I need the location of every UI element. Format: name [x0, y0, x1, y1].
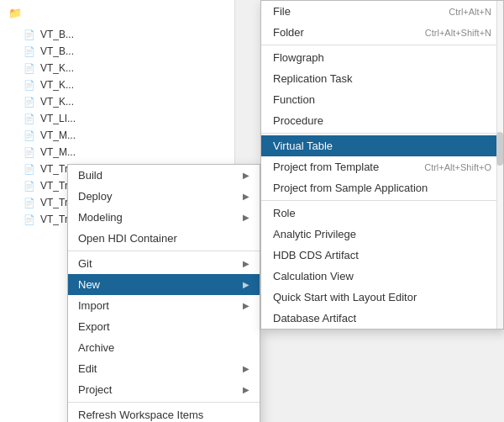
ctx-right-item-label: Function: [273, 93, 315, 106]
ctx-right-item-replication-task[interactable]: Replication Task: [261, 68, 503, 89]
ctx-left-item-project[interactable]: Project▶: [68, 379, 260, 400]
ctx-right-item-label: Role: [273, 207, 296, 219]
ctx-right-item-project-from-sample-application[interactable]: Project from Sample Application: [261, 177, 503, 198]
submenu-arrow-icon: ▶: [243, 171, 249, 180]
ctx-left-item-label: Open HDI Container: [78, 232, 177, 245]
ctx-right-item-function[interactable]: Function: [261, 89, 503, 110]
file-icon: 📄: [24, 97, 35, 108]
tree-item[interactable]: 📄VT_K...: [0, 60, 234, 76]
file-icon: 📄: [24, 214, 35, 225]
scrollbar[interactable]: [496, 1, 503, 329]
ctx-left-item-label: Edit: [78, 362, 97, 375]
tree-item[interactable]: 📄VT_K...: [0, 76, 234, 93]
file-icon: 📄: [24, 164, 35, 175]
file-icon: 📄: [24, 80, 35, 91]
ctx-left-item-deploy[interactable]: Deploy▶: [68, 186, 260, 207]
ctx-right-item-label: Folder: [273, 26, 304, 39]
ctx-right-item-label: File: [273, 5, 291, 18]
file-icon: 📄: [24, 63, 35, 74]
ctx-right-item-label: Calculation View: [273, 270, 354, 282]
ctx-right-item-label: Quick Start with Layout Editor: [273, 291, 417, 303]
tree-item[interactable]: 📄VT_B...: [0, 26, 234, 43]
ctx-left-item-archive[interactable]: Archive: [68, 337, 260, 358]
tree-item-label: VT_B...: [40, 29, 74, 40]
ctx-left-item-import[interactable]: Import▶: [68, 295, 260, 316]
ctx-divider-right: [261, 45, 503, 45]
ctx-right-item-shortcut: Ctrl+Alt+N: [449, 7, 491, 17]
tree-item-label: VT_K...: [40, 62, 74, 74]
tree-item-label: VT_B...: [40, 45, 74, 57]
ctx-right-item-label: Project from Template: [273, 161, 379, 173]
tree-item[interactable]: 📄VT_M...: [0, 144, 234, 161]
ctx-left-item-label: Project: [78, 383, 112, 396]
file-icon: 📄: [24, 198, 35, 208]
ctx-right-item-virtual-table[interactable]: Virtual Table: [261, 135, 503, 156]
ctx-divider: [68, 251, 260, 251]
tree-item[interactable]: 📄VT_M...: [0, 127, 234, 144]
tree-item-label: VT_LI...: [40, 113, 76, 124]
submenu-arrow-icon: ▶: [243, 385, 249, 394]
ctx-right-item-role[interactable]: Role: [261, 203, 503, 224]
ctx-left-item-label: Modeling: [78, 211, 123, 224]
submenu-arrow-icon: ▶: [243, 301, 249, 310]
ctx-left-item-label: Import: [78, 299, 109, 312]
tree-item[interactable]: 📄VT_K...: [0, 93, 234, 110]
submenu-arrow-icon: ▶: [243, 213, 249, 222]
tree-item-label: VT_M...: [40, 129, 76, 141]
ctx-left-item-label: Build: [78, 169, 102, 182]
ctx-right-item-hdb-cds-artifact[interactable]: HDB CDS Artifact: [261, 245, 503, 266]
ctx-right-item-label: Project from Sample Application: [273, 182, 428, 194]
ctx-divider-right: [261, 200, 503, 201]
ctx-left-item-label: Deploy: [78, 190, 112, 203]
ctx-right-item-shortcut: Ctrl+Alt+Shift+O: [424, 162, 491, 172]
ctx-left-item-build[interactable]: Build▶: [68, 165, 260, 186]
tree-header: 📁: [0, 0, 234, 26]
ctx-left-item-label: Refresh Workspace Items: [78, 409, 203, 421]
file-icon: 📄: [24, 130, 35, 141]
ctx-right-item-project-from-template[interactable]: Project from TemplateCtrl+Alt+Shift+O: [261, 156, 503, 177]
tree-item[interactable]: 📄VT_LI...: [0, 110, 234, 127]
ctx-right-item-label: Flowgraph: [273, 51, 324, 64]
file-icon: 📄: [24, 29, 35, 40]
context-menu-right: FileCtrl+Alt+NFolderCtrl+Alt+Shift+NFlow…: [260, 0, 504, 330]
ctx-right-item-analytic-privilege[interactable]: Analytic Privilege: [261, 224, 503, 245]
ctx-divider: [68, 402, 260, 403]
submenu-arrow-icon: ▶: [243, 280, 249, 289]
ctx-left-item-modeling[interactable]: Modeling▶: [68, 207, 260, 228]
ctx-left-item-label: New: [78, 278, 100, 291]
ctx-right-item-shortcut: Ctrl+Alt+Shift+N: [425, 28, 491, 38]
ctx-right-item-database-artifact[interactable]: Database Artifact: [261, 308, 503, 329]
file-icon: 📄: [24, 181, 35, 192]
ctx-left-item-refresh-workspace-items[interactable]: Refresh Workspace Items: [68, 404, 260, 422]
submenu-arrow-icon: ▶: [243, 192, 249, 201]
file-icon: 📄: [24, 113, 35, 124]
ctx-right-item-label: Database Artifact: [273, 312, 356, 324]
folder-icon: 📁: [8, 7, 22, 19]
ctx-right-item-label: Replication Task: [273, 72, 352, 85]
ctx-left-item-new[interactable]: New▶: [68, 274, 260, 295]
tree-item-label: VT_M...: [40, 146, 76, 158]
ctx-left-item-label: Archive: [78, 341, 114, 354]
file-icon: 📄: [24, 46, 35, 57]
ctx-right-item-calculation-view[interactable]: Calculation View: [261, 266, 503, 287]
ctx-left-item-git[interactable]: Git▶: [68, 253, 260, 274]
ctx-left-item-open-hdi-container[interactable]: Open HDI Container: [68, 228, 260, 249]
ctx-divider-right: [261, 133, 503, 134]
ctx-left-item-export[interactable]: Export: [68, 316, 260, 337]
file-icon: 📄: [24, 147, 35, 158]
ctx-right-item-file[interactable]: FileCtrl+Alt+N: [261, 1, 503, 22]
ctx-right-item-label: HDB CDS Artifact: [273, 249, 359, 261]
scrollbar-thumb[interactable]: [496, 132, 503, 166]
tree-item-label: VT_K...: [40, 96, 74, 108]
ctx-right-item-flowgraph[interactable]: Flowgraph: [261, 47, 503, 68]
context-menu-left: Build▶Deploy▶Modeling▶Open HDI Container…: [67, 164, 260, 422]
tree-item-label: VT_K...: [40, 79, 74, 91]
ctx-right-item-label: Procedure: [273, 114, 323, 127]
tree-item[interactable]: 📄VT_B...: [0, 43, 234, 60]
ctx-right-item-quick-start-with-layout-editor[interactable]: Quick Start with Layout Editor: [261, 287, 503, 308]
ctx-left-item-edit[interactable]: Edit▶: [68, 358, 260, 379]
ctx-left-item-label: Export: [78, 320, 110, 333]
ctx-right-item-label: Virtual Table: [273, 140, 333, 152]
ctx-right-item-procedure[interactable]: Procedure: [261, 110, 503, 131]
ctx-right-item-folder[interactable]: FolderCtrl+Alt+Shift+N: [261, 22, 503, 43]
